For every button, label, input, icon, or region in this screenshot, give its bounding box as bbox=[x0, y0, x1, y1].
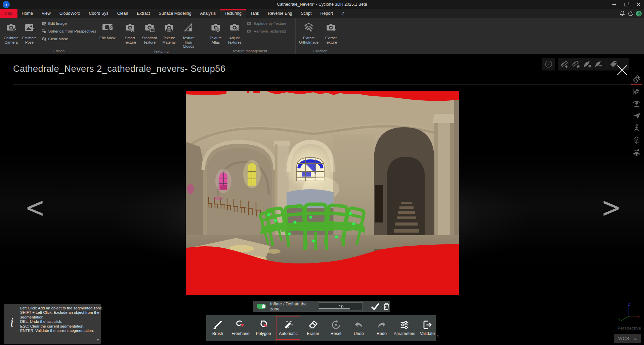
undo-button[interactable]: Undo bbox=[347, 315, 370, 341]
spherical-from-perspectives-button[interactable]: Spherical from Perspectives bbox=[41, 29, 96, 34]
inflate-divider bbox=[367, 302, 367, 310]
3d-viewport[interactable]: Cathedrale_Nevers 2_cathedrale_nevers- S… bbox=[0, 54, 644, 345]
redo-button[interactable]: Redo bbox=[370, 315, 393, 341]
examine-view-button[interactable] bbox=[631, 99, 642, 109]
texture-atlas-button[interactable]: Texture Atlas bbox=[206, 19, 225, 48]
collapse-toolbar-button[interactable]: » bbox=[435, 332, 442, 340]
freehand-tool-button[interactable]: Freehand bbox=[229, 315, 252, 341]
estimate-pose-button[interactable]: Estimate Pose bbox=[20, 19, 38, 48]
reset-tool-button[interactable]: Reset bbox=[325, 315, 347, 341]
adjust-textures-icon bbox=[229, 22, 240, 33]
menu-tab-report[interactable]: Report bbox=[316, 9, 338, 18]
eraser-icon bbox=[308, 320, 318, 330]
edit-image-icon bbox=[41, 21, 46, 26]
confirm-check-button[interactable] bbox=[371, 302, 380, 311]
restore-button[interactable] bbox=[622, 2, 630, 8]
inflate-label: Inflate / Deflate the zone bbox=[270, 301, 314, 311]
menu-tab-tank[interactable]: Tank bbox=[246, 9, 263, 18]
compass-toolbar bbox=[542, 58, 555, 70]
ribbon: Calibrate Camera Estimate Pose Edit Imag… bbox=[0, 18, 644, 54]
close-viewport-button[interactable] bbox=[616, 64, 629, 77]
menu-tab-analysis[interactable]: Analysis bbox=[196, 9, 220, 18]
menu-tab-cloudworx[interactable]: CloudWorx bbox=[55, 9, 85, 18]
clear-mask-button[interactable]: Clear Mask bbox=[41, 37, 96, 41]
group-label-texture-management: Texture management bbox=[204, 48, 295, 54]
menu-tab-help[interactable]: ? bbox=[337, 9, 348, 18]
inflate-value-input[interactable] bbox=[318, 303, 364, 311]
edit-mask-button[interactable]: Edit Mask bbox=[98, 19, 117, 48]
texture-from-clouds-button[interactable]: Texture from Clouds bbox=[179, 19, 198, 49]
texture-material-button[interactable]: Texture Material bbox=[159, 19, 179, 49]
toolbar-divider bbox=[606, 60, 606, 68]
explode-by-texture-button[interactable]: Explode by Texture bbox=[247, 21, 292, 26]
user-avatar[interactable] bbox=[636, 10, 642, 17]
segmentation-toolbar: Brush Freehand Polygon Automatic Eraser bbox=[206, 315, 436, 341]
inflate-slider-track[interactable] bbox=[319, 308, 350, 309]
redo-icon bbox=[377, 320, 387, 330]
menu-tab-script[interactable]: Script bbox=[297, 9, 316, 18]
constrained-orbit-button[interactable] bbox=[631, 87, 642, 97]
ribbon-group-texture-management: Texture Atlas Adjust Textures Explode by… bbox=[204, 18, 296, 54]
walk-view-button[interactable] bbox=[631, 123, 642, 133]
axis-indicator: Z X Y bbox=[617, 303, 640, 324]
camera-gear-icon bbox=[5, 22, 17, 33]
extract-orthoimage-icon bbox=[303, 22, 314, 33]
minimize-button[interactable] bbox=[610, 2, 618, 8]
help-text: Left Click: Add an object to the segment… bbox=[20, 306, 105, 333]
menu-tab-file[interactable]: File bbox=[0, 9, 17, 18]
sync-icon[interactable] bbox=[628, 11, 633, 16]
svg-text:Z: Z bbox=[628, 303, 630, 306]
remove-measurement-icon[interactable] bbox=[571, 60, 581, 68]
menu-tab-texturing[interactable]: Texturing bbox=[220, 9, 246, 18]
close-button[interactable] bbox=[635, 2, 642, 8]
texture-material-icon bbox=[163, 22, 175, 33]
brush-tool-button[interactable]: Brush bbox=[206, 315, 229, 341]
parameters-icon bbox=[399, 320, 410, 330]
menu-tab-coordsys[interactable]: Coord Sys bbox=[84, 9, 113, 18]
smart-texture-button[interactable]: Smart Texture bbox=[120, 19, 140, 49]
extract-orthoimage-button[interactable]: Extract OrthoImage bbox=[298, 19, 320, 48]
magic-wand-icon bbox=[283, 320, 293, 330]
extract-texture-icon bbox=[325, 22, 337, 33]
title-bar: ‹ Cathedrale_Nevers* - Cyclone 3DR 2025.… bbox=[0, 0, 644, 9]
parameters-button[interactable]: Parameters bbox=[393, 315, 416, 341]
remove-angle-icon[interactable] bbox=[583, 60, 592, 68]
polygon-tool-button[interactable]: Polygon bbox=[252, 315, 275, 341]
cyclone-3dr-window: ‹ Cathedrale_Nevers* - Cyclone 3DR 2025.… bbox=[0, 0, 644, 345]
turntable-view-button[interactable] bbox=[631, 147, 642, 157]
circle-center-icon[interactable] bbox=[544, 60, 553, 68]
calibrate-camera-button[interactable]: Calibrate Camera bbox=[2, 19, 20, 48]
help-panel: i Left Click: Add an object to the segme… bbox=[4, 304, 101, 344]
inflate-toggle[interactable] bbox=[257, 304, 266, 309]
projection-label: Perspective bbox=[612, 326, 641, 331]
add-measurement-icon[interactable] bbox=[560, 60, 569, 68]
delete-trash-button[interactable] bbox=[383, 302, 390, 311]
adjust-textures-button[interactable]: Adjust Textures bbox=[225, 19, 244, 48]
ribbon-group-edition: Calibrate Camera Estimate Pose Edit Imag… bbox=[0, 18, 118, 54]
previous-setup-arrow[interactable]: < bbox=[25, 194, 45, 221]
eraser-tool-button[interactable]: Eraser bbox=[302, 315, 325, 341]
polygon-icon bbox=[258, 320, 268, 330]
texture-from-clouds-icon bbox=[183, 22, 194, 33]
collapse-help-button[interactable]: « bbox=[96, 337, 99, 343]
remove-textures-button[interactable]: Remove Texture(s) bbox=[247, 29, 292, 34]
menu-tab-home[interactable]: Home bbox=[17, 9, 37, 18]
menu-tab-clean[interactable]: Clean bbox=[113, 9, 133, 18]
brush-icon bbox=[213, 320, 223, 330]
view-cube-button[interactable] bbox=[631, 135, 642, 145]
menu-tab-reverse-eng[interactable]: Reverse Eng bbox=[263, 9, 296, 18]
panorama-image[interactable] bbox=[186, 91, 459, 295]
menu-tab-extract[interactable]: Extract bbox=[132, 9, 154, 18]
angle-wave-icon[interactable] bbox=[594, 60, 603, 68]
wcs-button[interactable]: WCS bbox=[614, 334, 641, 343]
menu-tab-view[interactable]: View bbox=[37, 9, 55, 18]
notifications-bell-icon[interactable] bbox=[619, 10, 625, 16]
standard-texture-button[interactable]: Standard Texture bbox=[140, 19, 159, 49]
orbit-view-button[interactable] bbox=[631, 74, 642, 85]
fly-view-button[interactable] bbox=[631, 111, 642, 121]
edit-image-button[interactable]: Edit Image bbox=[41, 21, 96, 26]
extract-texture-button[interactable]: Extract Texture bbox=[320, 19, 342, 48]
automatic-tool-button[interactable]: Automatic bbox=[276, 316, 300, 340]
menu-tab-surface-modeling[interactable]: Surface Modeling bbox=[154, 9, 196, 18]
next-setup-arrow[interactable]: > bbox=[601, 194, 621, 221]
